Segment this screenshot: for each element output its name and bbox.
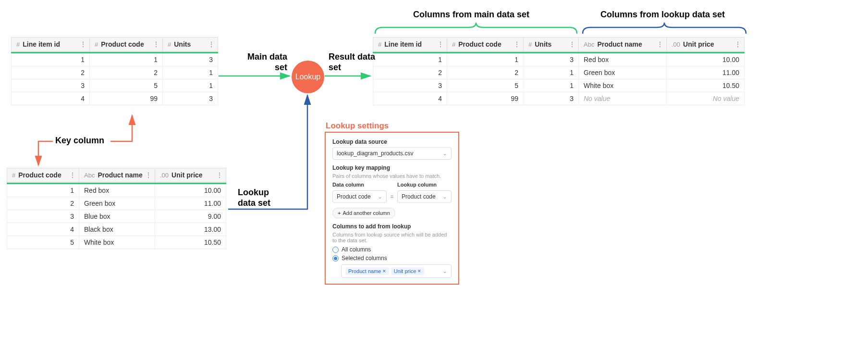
cols-to-add-hint: Columns from lookup source which will be… [332, 232, 452, 243]
table-row: 221 [12, 66, 218, 79]
radio-icon [332, 247, 339, 253]
menu-icon[interactable]: ⋮ [153, 40, 159, 48]
menu-icon[interactable]: ⋮ [208, 40, 215, 48]
main-table: #Line item id⋮ #Product code⋮ #Units⋮ 11… [11, 37, 218, 105]
hash-icon: # [12, 172, 15, 179]
close-icon[interactable]: ✕ [382, 269, 386, 274]
table-row: 113Red box10.00 [373, 53, 745, 66]
hash-icon: # [16, 41, 20, 48]
close-icon[interactable]: ✕ [417, 269, 421, 274]
key-mapping-hint: Pairs of columns whose values have to ma… [332, 173, 452, 179]
col-header: .00Unit price⋮ [667, 38, 745, 51]
equals-icon: = [390, 193, 394, 200]
arrow-lookup-dataset [226, 91, 312, 216]
radio-icon-selected [332, 255, 339, 262]
lookup-column-select[interactable]: Product code⌄ [397, 190, 452, 203]
result-table-body: 113Red box10.00 221Green box11.00 351Whi… [373, 53, 745, 105]
lookup-table: #Product code⋮ AbcProduct name⋮ .00Unit … [7, 168, 226, 249]
data-column-select[interactable]: Product code⌄ [332, 190, 387, 203]
col-header: #Line item id⋮ [373, 38, 447, 51]
hash-icon: # [378, 41, 381, 48]
chevron-down-icon: ⌄ [442, 150, 447, 157]
table-row: 221Green box11.00 [373, 66, 745, 79]
result-table: #Line item id⋮ #Product code⋮ #Units⋮ Ab… [373, 37, 745, 105]
decimal-icon: .00 [672, 41, 680, 48]
decimal-icon: .00 [160, 172, 169, 179]
arrow-main-to-lookup [219, 72, 295, 82]
lookup-node: Lookup [292, 61, 324, 93]
cols-to-add-label: Columns to add from lookup [332, 223, 452, 230]
chevron-down-icon: ⌄ [442, 193, 447, 200]
chevron-down-icon: ⌄ [442, 268, 447, 275]
arrow-key-column [36, 136, 142, 174]
data-source-select[interactable]: lookup_diagram_products.csv⌄ [332, 147, 452, 160]
annotation-result-dataset: Result data set [329, 52, 377, 73]
brace-lookup-cols [580, 22, 748, 36]
table-row: 351 [12, 79, 218, 92]
main-table-body: 113 221 351 4993 [12, 53, 218, 105]
hash-icon: # [95, 41, 98, 48]
chip-unit-price[interactable]: Unit price✕ [391, 267, 424, 275]
plus-icon: + [338, 210, 341, 216]
col-header: .00Unit price⋮ [155, 168, 226, 182]
table-row: 4Black box13.00 [7, 223, 226, 236]
col-header: #Product code⋮ [90, 38, 163, 51]
brace-main-cols [373, 22, 579, 36]
radio-all-columns[interactable]: All columns [332, 246, 452, 253]
table-row: 5White box10.50 [7, 236, 226, 249]
add-another-column-button[interactable]: +Add another column [332, 208, 395, 218]
lookup-column-header: Lookup column [397, 182, 452, 188]
table-row: 1Red box10.00 [7, 184, 226, 197]
radio-selected-columns[interactable]: Selected columns [332, 255, 452, 262]
table-row: 351White box10.50 [373, 79, 745, 92]
hash-icon: # [168, 41, 171, 48]
annotation-cols-from-lookup: Columns from lookup data set [600, 10, 725, 20]
table-row: 4993 [12, 92, 218, 105]
selected-columns-chips[interactable]: Product name✕ Unit price✕ ⌄ [341, 264, 452, 278]
col-header: AbcProduct name⋮ [579, 38, 667, 51]
annotation-cols-from-main: Columns from main data set [413, 10, 529, 20]
menu-icon[interactable]: ⋮ [569, 40, 575, 48]
table-row: 4993No valueNo value [373, 92, 745, 105]
hash-icon: # [528, 41, 532, 48]
annotation-main-dataset: Main data set [239, 52, 287, 73]
abc-icon: Abc [584, 41, 594, 48]
lookup-table-container: #Product code⋮ AbcProduct name⋮ .00Unit … [7, 168, 226, 249]
menu-icon[interactable]: ⋮ [734, 40, 741, 48]
hash-icon: # [452, 41, 455, 48]
menu-icon[interactable]: ⋮ [657, 40, 663, 48]
table-row: 2Green box11.00 [7, 197, 226, 210]
col-header: #Units⋮ [163, 38, 218, 51]
chip-product-name[interactable]: Product name✕ [345, 267, 389, 275]
data-column-header: Data column [332, 182, 387, 188]
result-table-container: #Line item id⋮ #Product code⋮ #Units⋮ Ab… [373, 37, 745, 105]
lookup-settings-title: Lookup settings [326, 121, 389, 131]
key-mapping-label: Lookup key mapping [332, 164, 452, 171]
table-row: 113 [12, 53, 218, 66]
menu-icon[interactable]: ⋮ [216, 171, 223, 179]
menu-icon[interactable]: ⋮ [437, 40, 444, 48]
arrow-lookup-to-result [325, 72, 378, 82]
main-table-container: #Line item id⋮ #Product code⋮ #Units⋮ 11… [11, 37, 218, 105]
lookup-table-body: 1Red box10.00 2Green box11.00 3Blue box9… [7, 184, 226, 249]
col-header: #Line item id⋮ [12, 38, 90, 51]
menu-icon[interactable]: ⋮ [513, 40, 520, 48]
table-row: 3Blue box9.00 [7, 210, 226, 223]
col-header: #Product code⋮ [447, 38, 524, 51]
menu-icon[interactable]: ⋮ [80, 40, 86, 48]
data-source-label: Lookup data source [332, 138, 452, 145]
lookup-settings-panel: Lookup data source lookup_diagram_produc… [325, 132, 459, 285]
chevron-down-icon: ⌄ [378, 193, 382, 200]
col-header: #Units⋮ [524, 38, 579, 51]
menu-icon[interactable]: ⋮ [145, 171, 152, 179]
